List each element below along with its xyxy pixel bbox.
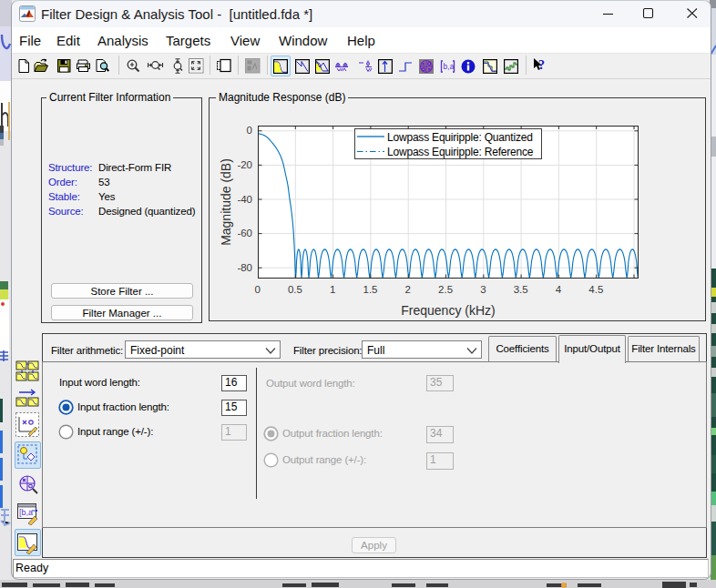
svg-text:?: ? xyxy=(538,58,545,72)
svg-text:b,a: b,a xyxy=(444,62,455,71)
svg-text:[b,a: [b,a xyxy=(19,508,33,517)
